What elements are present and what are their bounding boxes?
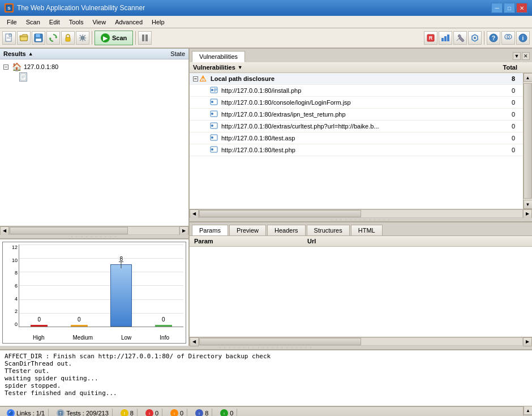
svg-text:S: S <box>7 6 11 11</box>
bar-low-rect <box>110 264 132 327</box>
svg-text:!: ! <box>224 412 225 415</box>
scroll-thumb[interactable] <box>524 83 532 199</box>
svg-point-42 <box>211 125 213 127</box>
scroll-up-btn[interactable]: ▲ <box>524 73 533 82</box>
bottom-scroll-thumb[interactable] <box>199 338 361 345</box>
url-col-label: Url <box>307 238 527 245</box>
url-icon-4 <box>210 134 219 143</box>
vuln-url-row-5[interactable]: http://127.0.0.1:80/test.php 0 <box>190 144 523 156</box>
bottom-scroll-track[interactable] <box>199 337 523 346</box>
lock-button[interactable] <box>61 31 75 45</box>
open-button[interactable] <box>17 31 31 45</box>
vuln-scroll-left[interactable]: ◀ <box>190 209 199 218</box>
bottom-scroll-right[interactable]: ▶ <box>523 337 532 346</box>
tree-hscrollbar[interactable]: ◀ ▶ <box>0 226 188 235</box>
vuln-sort-icon[interactable]: ▼ <box>238 65 243 70</box>
log-scrollbar: ▲ ▼ <box>523 406 532 416</box>
tree-scroll-left[interactable]: ◀ <box>0 226 9 235</box>
chart-button[interactable] <box>439 31 452 45</box>
refresh-button[interactable] <box>46 31 60 45</box>
tab-html[interactable]: HTML <box>351 225 383 235</box>
vuln-scroll-thumb[interactable] <box>199 210 361 217</box>
url-label-2: http://127.0.0.1:80/extras/ipn_test_retu… <box>221 111 486 118</box>
bottom-scroll-left[interactable]: ◀ <box>190 337 199 346</box>
url-total-1: 0 <box>486 99 520 106</box>
tab-structures[interactable]: Structures <box>307 225 350 235</box>
count1-icon: ! <box>121 409 128 416</box>
bottom-hscrollbar[interactable]: ◀ ▶ <box>190 337 532 346</box>
status-links: Links : 1/1 <box>3 409 49 416</box>
vuln-group-row[interactable]: − ⚠ Local path disclosure 8 <box>190 73 523 85</box>
minimize-button[interactable]: ─ <box>491 3 503 13</box>
settings-button[interactable] <box>76 31 89 45</box>
tree-host-item[interactable]: − 🏠 127.0.0.1:80 <box>2 62 186 72</box>
url-label-1: http://127.0.0.1:80/console/login/LoginF… <box>221 99 486 106</box>
report-button[interactable]: R <box>424 31 437 45</box>
scan-label: Scan <box>112 35 127 41</box>
vuln-body-wrap: − ⚠ Local path disclosure 8 http://127.0… <box>190 73 532 209</box>
menu-scan[interactable]: Scan <box>22 18 45 27</box>
log-area[interactable]: AFFECT_DIR : Finish scan http://127.0.0.… <box>0 349 532 406</box>
vuln-dropdown-btn[interactable]: ▼ <box>513 52 521 60</box>
menu-help[interactable]: Help <box>147 18 169 27</box>
tree-file-item[interactable] <box>18 72 186 82</box>
tree-scroll-track[interactable] <box>9 226 179 235</box>
info-button[interactable]: i <box>516 31 530 45</box>
tab-preview[interactable]: Preview <box>229 225 266 235</box>
y-label-4: 4 <box>15 296 18 302</box>
menu-tools[interactable]: Tools <box>65 18 88 27</box>
vuln-close-btn[interactable]: ✕ <box>522 52 530 60</box>
community-button[interactable] <box>501 31 515 45</box>
tree-scroll-thumb[interactable] <box>10 227 128 234</box>
left-panel: Results ▲ State − 🏠 127.0.0.1:80 <box>0 49 190 346</box>
tools-button[interactable] <box>453 31 467 45</box>
tree-scroll-right[interactable]: ▶ <box>179 226 188 235</box>
vuln-hscrollbar[interactable]: ◀ ▶ <box>190 209 532 218</box>
menu-file[interactable]: File <box>2 18 22 27</box>
bar-info-value: 0 <box>162 316 165 323</box>
host-label: 127.0.0.1:80 <box>24 63 58 70</box>
vuln-tab-bar: Vulnerabilities ▼ ✕ <box>190 49 532 62</box>
vuln-url-row-2[interactable]: http://127.0.0.1:80/extras/ipn_test_retu… <box>190 109 523 121</box>
svg-rect-12 <box>66 37 70 41</box>
app-icon: S <box>5 3 14 12</box>
maximize-button[interactable]: □ <box>504 3 515 13</box>
url-total-2: 0 <box>486 111 520 118</box>
y-label-8: 8 <box>15 270 18 276</box>
tab-headers[interactable]: Headers <box>267 225 306 235</box>
crawl-button[interactable] <box>468 31 482 45</box>
tests-icon: T <box>57 409 65 416</box>
close-button[interactable]: ✕ <box>516 3 527 13</box>
vuln-url-row-3[interactable]: http://127.0.0.1:80/extras/curltest.php?… <box>190 121 523 132</box>
menu-view[interactable]: View <box>88 18 110 27</box>
vuln-scroll-right[interactable]: ▶ <box>523 209 532 218</box>
log-line-5: Tester finished and quiting... <box>5 389 527 397</box>
vuln-url-row-4[interactable]: http://127.0.0.1:80/test.asp 0 <box>190 132 523 144</box>
scan-button[interactable]: ▶ Scan <box>95 31 133 45</box>
host-icon: 🏠 <box>12 62 22 71</box>
tab-vulnerabilities[interactable]: Vulnerabilities <box>192 51 245 62</box>
scroll-down-btn[interactable]: ▼ <box>524 200 533 209</box>
help-button[interactable]: ? <box>487 31 500 45</box>
vuln-url-row-1[interactable]: http://127.0.0.1:80/console/login/LoginF… <box>190 97 523 109</box>
tab-content-area: Param Url <box>190 236 532 337</box>
vuln-body-scroll[interactable]: − ⚠ Local path disclosure 8 http://127.0… <box>190 73 523 209</box>
tab-params[interactable]: Params <box>192 225 228 235</box>
svg-rect-8 <box>36 34 40 37</box>
vuln-url-row-0[interactable]: http://127.0.0.1:80/install.php 0 <box>190 85 523 97</box>
new-button[interactable] <box>2 31 16 45</box>
sort-icon[interactable]: ▲ <box>28 51 33 57</box>
vuln-scroll-track[interactable] <box>199 209 523 218</box>
results-label: Results <box>3 50 26 57</box>
menu-advanced[interactable]: Advanced <box>110 18 147 27</box>
save-button[interactable] <box>32 31 45 45</box>
svg-point-33 <box>211 89 213 91</box>
svg-rect-18 <box>441 38 444 41</box>
x-label-low: Low <box>121 334 131 341</box>
svg-point-46 <box>211 148 213 151</box>
group-collapse-icon[interactable]: − <box>193 76 198 82</box>
pause-button[interactable] <box>138 31 152 45</box>
log-scroll-up[interactable]: ▲ <box>524 406 532 415</box>
collapse-icon[interactable]: − <box>3 65 8 70</box>
menu-edit[interactable]: Edit <box>45 18 65 27</box>
